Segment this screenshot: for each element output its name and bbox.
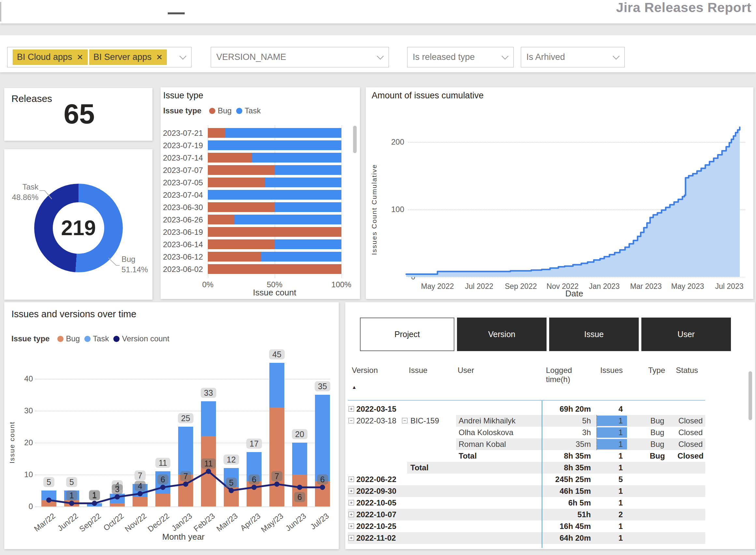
- bug-segment[interactable]: [208, 264, 341, 274]
- released-type-filter-dropdown[interactable]: Is released type: [407, 47, 514, 68]
- bug-segment[interactable]: [208, 153, 252, 163]
- chevron-down-icon[interactable]: [613, 53, 620, 59]
- table-row[interactable]: Total8h 35m1BugClosed: [345, 450, 755, 462]
- bug-segment[interactable]: [208, 128, 225, 138]
- task-bar-segment[interactable]: [201, 401, 216, 436]
- expand-icon[interactable]: +: [348, 535, 354, 541]
- table-row[interactable]: +2022-10-0751h2: [345, 509, 755, 520]
- bug-bar-segment[interactable]: [224, 487, 239, 507]
- task-bar-segment[interactable]: [110, 494, 125, 503]
- tab-user[interactable]: User: [641, 317, 731, 351]
- table-row[interactable]: −−2022-03-18BIC-159Andrei Mikhailyk5h1Bu…: [345, 415, 755, 427]
- version-name-filter-dropdown[interactable]: VERSION_NAME: [211, 47, 389, 68]
- expand-icon[interactable]: +: [348, 523, 354, 529]
- stacked-bar[interactable]: [208, 215, 341, 224]
- task-bar-segment[interactable]: [292, 443, 307, 475]
- stacked-bar[interactable]: [208, 227, 341, 237]
- task-segment[interactable]: [261, 252, 341, 261]
- legend-item[interactable]: Version count: [113, 334, 169, 343]
- bug-bar-segment[interactable]: [41, 500, 56, 507]
- column-header[interactable]: Issues: [596, 366, 623, 375]
- stacked-bar[interactable]: [208, 190, 341, 200]
- stacked-bar[interactable]: [208, 252, 341, 261]
- stacked-bar[interactable]: [208, 140, 341, 150]
- table-row[interactable]: +2022-03-1569h 20m4: [345, 403, 755, 415]
- column-header[interactable]: Issue: [409, 366, 427, 375]
- table-row[interactable]: Total8h 35m1: [345, 462, 755, 474]
- column-header[interactable]: Status: [676, 366, 698, 375]
- bug-bar-segment[interactable]: [315, 481, 330, 507]
- column-header[interactable]: Version: [352, 366, 378, 375]
- close-icon[interactable]: ✕: [77, 53, 83, 62]
- stacked-bar[interactable]: [208, 128, 341, 138]
- task-segment[interactable]: [225, 128, 341, 138]
- bug-bar-segment[interactable]: [110, 503, 125, 507]
- task-bar-segment[interactable]: [269, 363, 284, 408]
- bug-bar-segment[interactable]: [269, 408, 284, 507]
- expand-icon[interactable]: +: [348, 406, 354, 412]
- legend-item[interactable]: Bug: [209, 106, 232, 115]
- column-header[interactable]: Logged time(h): [546, 366, 590, 384]
- filter-chip[interactable]: BI Server apps✕: [89, 49, 167, 65]
- close-icon[interactable]: ✕: [156, 53, 163, 62]
- task-segment[interactable]: [208, 190, 341, 200]
- table-row[interactable]: +2022-10-056h 5m1: [345, 497, 755, 509]
- task-segment[interactable]: [275, 240, 341, 249]
- bug-segment[interactable]: [208, 165, 275, 175]
- chevron-down-icon[interactable]: [179, 53, 186, 59]
- bug-segment[interactable]: [208, 227, 341, 237]
- task-bar-segment[interactable]: [178, 427, 193, 475]
- tab-version[interactable]: Version: [457, 317, 547, 351]
- tab-issue[interactable]: Issue: [549, 317, 639, 351]
- sort-asc-icon[interactable]: ▲: [352, 384, 357, 390]
- chevron-down-icon[interactable]: [377, 53, 384, 59]
- bug-segment[interactable]: [208, 202, 275, 212]
- table-row[interactable]: Olha Koloskova3h1BugClosed: [345, 427, 755, 438]
- bug-segment[interactable]: [208, 215, 235, 224]
- bug-segment[interactable]: [208, 177, 265, 187]
- stacked-bar[interactable]: [208, 153, 341, 163]
- task-bar-segment[interactable]: [87, 503, 102, 507]
- legend-item[interactable]: Bug: [57, 334, 80, 343]
- task-segment[interactable]: [275, 165, 341, 175]
- expand-icon[interactable]: +: [348, 488, 354, 494]
- legend-item[interactable]: Task: [236, 106, 261, 115]
- table-row[interactable]: +2022-11-0264h 20m1: [345, 532, 755, 544]
- chevron-down-icon[interactable]: [502, 53, 508, 59]
- bug-segment[interactable]: [208, 240, 275, 249]
- stacked-bar[interactable]: [208, 240, 341, 249]
- cumulative-step-area[interactable]: [366, 87, 753, 299]
- bug-segment[interactable]: [208, 252, 261, 261]
- column-header[interactable]: User: [458, 366, 474, 375]
- task-bar-segment[interactable]: [315, 395, 330, 481]
- collapse-icon[interactable]: −: [402, 418, 408, 423]
- bug-bar-segment[interactable]: [133, 497, 148, 507]
- bug-bar-segment[interactable]: [155, 494, 170, 507]
- task-bar-segment[interactable]: [41, 490, 56, 500]
- collapse-icon[interactable]: −: [348, 418, 354, 423]
- task-segment[interactable]: [265, 177, 341, 187]
- filter-chip[interactable]: BI Cloud apps✕: [13, 49, 88, 65]
- table-scrollbar[interactable]: [749, 371, 752, 420]
- bug-bar-segment[interactable]: [201, 436, 216, 507]
- stacked-bar[interactable]: [208, 165, 341, 175]
- column-header[interactable]: Type: [648, 366, 665, 375]
- stacked-bar[interactable]: [208, 177, 341, 187]
- issue-type-scrollbar[interactable]: [353, 126, 357, 153]
- expand-icon[interactable]: +: [348, 500, 354, 506]
- project-filter-dropdown[interactable]: BI Cloud apps✕BI Server apps✕: [7, 47, 192, 68]
- legend-item[interactable]: Task: [84, 334, 109, 343]
- tab-project[interactable]: Project: [360, 317, 454, 351]
- bug-bar-segment[interactable]: [247, 481, 261, 507]
- expand-icon[interactable]: +: [348, 476, 354, 482]
- expand-icon[interactable]: +: [348, 512, 354, 517]
- task-segment[interactable]: [235, 215, 341, 224]
- bug-bar-segment[interactable]: [64, 500, 79, 507]
- table-row[interactable]: Roman Kobal35m1BugClosed: [345, 438, 755, 450]
- archived-filter-dropdown[interactable]: Is Arhived: [521, 47, 625, 68]
- task-segment[interactable]: [252, 153, 341, 163]
- task-segment[interactable]: [208, 140, 341, 150]
- table-row[interactable]: +2022-09-3046h 15m1: [345, 485, 755, 497]
- stacked-bar[interactable]: [208, 202, 341, 212]
- task-segment[interactable]: [275, 202, 341, 212]
